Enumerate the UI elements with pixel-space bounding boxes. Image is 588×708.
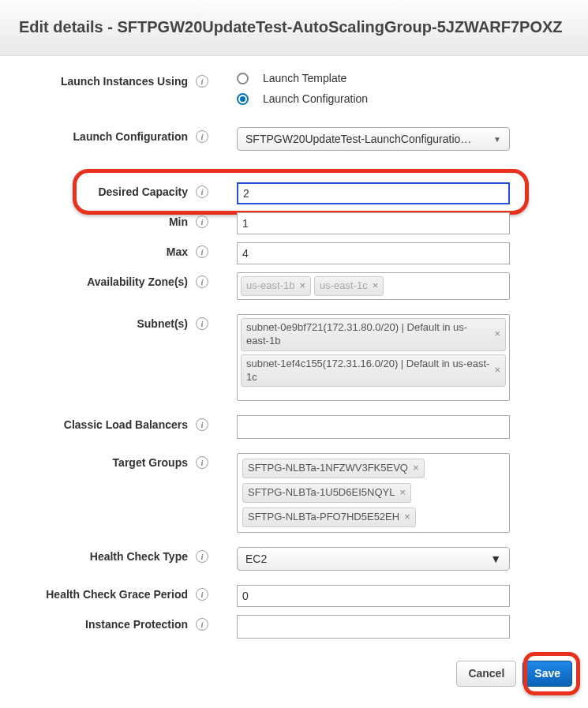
chevron-down-icon: ▼ bbox=[490, 553, 501, 565]
az-tag-input[interactable]: us-east-1b × us-east-1c × bbox=[237, 272, 510, 300]
row-instance-protection: Instance Protection i bbox=[16, 615, 572, 639]
row-desired-capacity: Desired Capacity i bbox=[16, 182, 572, 204]
radio-label-config: Launch Configuration bbox=[263, 92, 368, 105]
target-groups-input[interactable]: SFTPG-NLBTa-1NFZWV3FK5EVQ × SFTPG-NLBTa-… bbox=[237, 453, 510, 533]
subnet-tag: subnet-0e9bf721(172.31.80.0/20) | Defaul… bbox=[241, 318, 506, 351]
info-icon[interactable]: i bbox=[196, 245, 208, 258]
radio-launch-config[interactable]: Launch Configuration bbox=[237, 92, 572, 105]
row-az: Availability Zone(s) i us-east-1b × us-e… bbox=[16, 272, 572, 300]
radio-label-template: Launch Template bbox=[263, 72, 346, 84]
select-value: EC2 bbox=[245, 553, 267, 565]
input-health-grace[interactable] bbox=[237, 585, 510, 607]
input-clb[interactable] bbox=[237, 415, 510, 439]
save-button[interactable]: Save bbox=[522, 661, 572, 687]
target-group-tag: SFTPG-NLBTa-1U5D6EI5NQYL × bbox=[242, 483, 411, 503]
subnet-tag-input[interactable]: subnet-0e9bf721(172.31.80.0/20) | Defaul… bbox=[237, 314, 510, 401]
label-health-type: Health Check Type bbox=[90, 550, 188, 563]
remove-tag-icon[interactable]: × bbox=[413, 462, 419, 475]
input-instance-protection[interactable] bbox=[237, 615, 510, 639]
remove-tag-icon[interactable]: × bbox=[494, 364, 500, 377]
info-icon[interactable]: i bbox=[196, 550, 208, 563]
label-launch-config: Launch Configuration bbox=[73, 130, 188, 143]
label-health-grace: Health Check Grace Period bbox=[46, 588, 188, 601]
select-health-type[interactable]: EC2 ▼ bbox=[237, 547, 510, 571]
dialog-header: Edit details - SFTPGW20UpdateTest-AutoSc… bbox=[0, 0, 588, 56]
input-min[interactable] bbox=[237, 212, 510, 234]
radio-unchecked-icon bbox=[237, 73, 249, 84]
target-group-tag: SFTPG-NLBTa-PFO7HD5E52EH × bbox=[242, 508, 416, 527]
input-desired-capacity[interactable] bbox=[237, 182, 510, 204]
info-icon[interactable]: i bbox=[196, 618, 208, 631]
info-icon[interactable]: i bbox=[196, 275, 208, 288]
dialog-footer: Cancel Save bbox=[0, 661, 588, 702]
cancel-button[interactable]: Cancel bbox=[456, 661, 516, 687]
row-health-grace: Health Check Grace Period i bbox=[16, 585, 572, 607]
remove-tag-icon[interactable]: × bbox=[373, 279, 379, 293]
label-subnets: Subnet(s) bbox=[137, 317, 188, 330]
radio-launch-template[interactable]: Launch Template bbox=[237, 72, 572, 84]
select-value: SFTPGW20UpdateTest-LaunchConfiguratio… bbox=[245, 133, 471, 145]
info-icon[interactable]: i bbox=[196, 456, 208, 469]
remove-tag-icon[interactable]: × bbox=[404, 511, 410, 524]
label-min: Min bbox=[169, 215, 188, 228]
radio-checked-icon bbox=[237, 93, 249, 105]
dialog-title: Edit details - SFTPGW20UpdateTest-AutoSc… bbox=[19, 9, 572, 44]
row-subnets: Subnet(s) i subnet-0e9bf721(172.31.80.0/… bbox=[16, 314, 572, 401]
az-tag: us-east-1c × bbox=[314, 276, 384, 296]
row-launch-config: Launch Configuration i SFTPGW20UpdateTes… bbox=[16, 127, 572, 151]
target-group-tag: SFTPG-NLBTa-1NFZWV3FK5EVQ × bbox=[242, 459, 425, 478]
az-tag: us-east-1b × bbox=[241, 276, 311, 296]
info-icon[interactable]: i bbox=[196, 588, 208, 601]
remove-tag-icon[interactable]: × bbox=[494, 328, 500, 341]
form-body: Launch Instances Using i Launch Template… bbox=[0, 56, 588, 661]
label-max: Max bbox=[167, 245, 188, 258]
info-icon[interactable]: i bbox=[196, 215, 208, 228]
row-min: Min i bbox=[16, 212, 572, 234]
row-health-type: Health Check Type i EC2 ▼ bbox=[16, 547, 572, 571]
chevron-down-icon: ▼ bbox=[493, 135, 501, 144]
row-target-groups: Target Groups i SFTPG-NLBTa-1NFZWV3FK5EV… bbox=[16, 453, 572, 533]
label-launch-instances: Launch Instances Using bbox=[61, 75, 188, 88]
input-max[interactable] bbox=[237, 242, 510, 264]
remove-tag-icon[interactable]: × bbox=[399, 486, 406, 500]
label-desired: Desired Capacity bbox=[98, 185, 188, 198]
label-clb: Classic Load Balancers bbox=[64, 418, 188, 431]
info-icon[interactable]: i bbox=[196, 317, 208, 330]
row-launch-instances: Launch Instances Using i Launch Template… bbox=[16, 72, 572, 105]
subnet-tag: subnet-1ef4c155(172.31.16.0/20) | Defaul… bbox=[241, 354, 506, 388]
info-icon[interactable]: i bbox=[196, 130, 208, 143]
info-icon[interactable]: i bbox=[196, 418, 208, 431]
select-launch-config[interactable]: SFTPGW20UpdateTest-LaunchConfiguratio… ▼ bbox=[237, 127, 510, 151]
row-max: Max i bbox=[16, 242, 572, 264]
row-clb: Classic Load Balancers i bbox=[16, 415, 572, 439]
label-instance-protection: Instance Protection bbox=[85, 618, 188, 631]
info-icon[interactable]: i bbox=[196, 75, 208, 88]
label-az: Availability Zone(s) bbox=[87, 275, 188, 288]
remove-tag-icon[interactable]: × bbox=[299, 279, 305, 293]
label-target-groups: Target Groups bbox=[113, 456, 188, 469]
info-icon[interactable]: i bbox=[196, 185, 208, 198]
